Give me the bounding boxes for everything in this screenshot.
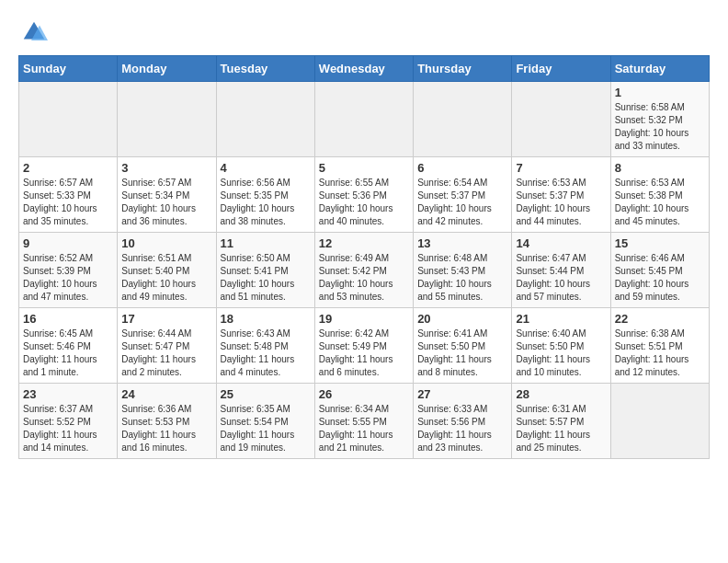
calendar-week-2: 2Sunrise: 6:57 AM Sunset: 5:33 PM Daylig… bbox=[19, 157, 710, 233]
day-number: 7 bbox=[516, 161, 606, 175]
day-number: 5 bbox=[319, 161, 409, 175]
calendar-cell bbox=[216, 82, 314, 157]
day-info: Sunrise: 6:43 AM Sunset: 5:48 PM Dayligh… bbox=[221, 327, 311, 379]
calendar-cell: 27Sunrise: 6:33 AM Sunset: 5:56 PM Dayli… bbox=[414, 384, 512, 459]
day-info: Sunrise: 6:58 AM Sunset: 5:32 PM Dayligh… bbox=[615, 101, 705, 153]
calendar-table: SundayMondayTuesdayWednesdayThursdayFrid… bbox=[18, 55, 710, 459]
calendar-cell: 7Sunrise: 6:53 AM Sunset: 5:37 PM Daylig… bbox=[512, 157, 610, 233]
calendar-cell: 6Sunrise: 6:54 AM Sunset: 5:37 PM Daylig… bbox=[414, 157, 512, 233]
calendar-cell bbox=[414, 82, 512, 157]
calendar-cell: 10Sunrise: 6:51 AM Sunset: 5:40 PM Dayli… bbox=[118, 233, 216, 308]
header-tuesday: Tuesday bbox=[216, 56, 314, 82]
day-info: Sunrise: 6:47 AM Sunset: 5:44 PM Dayligh… bbox=[516, 252, 606, 304]
calendar-cell: 23Sunrise: 6:37 AM Sunset: 5:52 PM Dayli… bbox=[19, 384, 118, 459]
day-number: 21 bbox=[516, 312, 606, 326]
header-monday: Monday bbox=[118, 56, 216, 82]
calendar-cell: 22Sunrise: 6:38 AM Sunset: 5:51 PM Dayli… bbox=[610, 308, 709, 384]
calendar-cell: 26Sunrise: 6:34 AM Sunset: 5:55 PM Dayli… bbox=[314, 384, 413, 459]
calendar-cell: 14Sunrise: 6:47 AM Sunset: 5:44 PM Dayli… bbox=[512, 233, 610, 308]
day-info: Sunrise: 6:51 AM Sunset: 5:40 PM Dayligh… bbox=[121, 252, 211, 304]
calendar-cell: 5Sunrise: 6:55 AM Sunset: 5:36 PM Daylig… bbox=[314, 157, 413, 233]
calendar-cell: 1Sunrise: 6:58 AM Sunset: 5:32 PM Daylig… bbox=[610, 82, 709, 157]
calendar-cell: 11Sunrise: 6:50 AM Sunset: 5:41 PM Dayli… bbox=[216, 233, 314, 308]
day-number: 6 bbox=[417, 161, 507, 175]
day-info: Sunrise: 6:37 AM Sunset: 5:52 PM Dayligh… bbox=[23, 403, 113, 454]
day-info: Sunrise: 6:54 AM Sunset: 5:37 PM Dayligh… bbox=[417, 177, 507, 228]
day-number: 18 bbox=[221, 312, 311, 326]
calendar-cell: 8Sunrise: 6:53 AM Sunset: 5:38 PM Daylig… bbox=[610, 157, 709, 233]
day-number: 13 bbox=[417, 236, 507, 250]
calendar-cell: 25Sunrise: 6:35 AM Sunset: 5:54 PM Dayli… bbox=[216, 384, 314, 459]
day-number: 4 bbox=[221, 161, 311, 175]
calendar-cell: 24Sunrise: 6:36 AM Sunset: 5:53 PM Dayli… bbox=[118, 384, 216, 459]
day-number: 23 bbox=[23, 387, 113, 401]
day-info: Sunrise: 6:40 AM Sunset: 5:50 PM Dayligh… bbox=[516, 327, 606, 379]
day-info: Sunrise: 6:57 AM Sunset: 5:34 PM Dayligh… bbox=[121, 177, 211, 228]
day-info: Sunrise: 6:44 AM Sunset: 5:47 PM Dayligh… bbox=[121, 327, 211, 379]
calendar-cell: 20Sunrise: 6:41 AM Sunset: 5:50 PM Dayli… bbox=[414, 308, 512, 384]
day-number: 24 bbox=[121, 387, 211, 401]
day-number: 10 bbox=[121, 236, 211, 250]
calendar-cell: 28Sunrise: 6:31 AM Sunset: 5:57 PM Dayli… bbox=[512, 384, 610, 459]
day-info: Sunrise: 6:50 AM Sunset: 5:41 PM Dayligh… bbox=[221, 252, 311, 304]
calendar-cell: 21Sunrise: 6:40 AM Sunset: 5:50 PM Dayli… bbox=[512, 308, 610, 384]
day-number: 17 bbox=[121, 312, 211, 326]
calendar-cell bbox=[118, 82, 216, 157]
day-number: 14 bbox=[516, 236, 606, 250]
logo-icon bbox=[20, 18, 48, 46]
calendar-cell: 15Sunrise: 6:46 AM Sunset: 5:45 PM Dayli… bbox=[610, 233, 709, 308]
day-number: 22 bbox=[615, 312, 705, 326]
day-info: Sunrise: 6:46 AM Sunset: 5:45 PM Dayligh… bbox=[615, 252, 705, 304]
calendar-cell: 13Sunrise: 6:48 AM Sunset: 5:43 PM Dayli… bbox=[414, 233, 512, 308]
calendar-cell: 16Sunrise: 6:45 AM Sunset: 5:46 PM Dayli… bbox=[19, 308, 118, 384]
day-info: Sunrise: 6:52 AM Sunset: 5:39 PM Dayligh… bbox=[23, 252, 113, 304]
day-number: 15 bbox=[615, 236, 705, 250]
calendar-cell: 2Sunrise: 6:57 AM Sunset: 5:33 PM Daylig… bbox=[19, 157, 118, 233]
calendar-cell: 4Sunrise: 6:56 AM Sunset: 5:35 PM Daylig… bbox=[216, 157, 314, 233]
calendar-cell bbox=[512, 82, 610, 157]
day-number: 20 bbox=[417, 312, 507, 326]
header-wednesday: Wednesday bbox=[314, 56, 413, 82]
day-info: Sunrise: 6:42 AM Sunset: 5:49 PM Dayligh… bbox=[319, 327, 409, 379]
calendar-body: 1Sunrise: 6:58 AM Sunset: 5:32 PM Daylig… bbox=[19, 82, 710, 459]
day-info: Sunrise: 6:53 AM Sunset: 5:37 PM Dayligh… bbox=[516, 177, 606, 228]
calendar-cell: 19Sunrise: 6:42 AM Sunset: 5:49 PM Dayli… bbox=[314, 308, 413, 384]
day-info: Sunrise: 6:57 AM Sunset: 5:33 PM Dayligh… bbox=[23, 177, 113, 228]
day-number: 8 bbox=[615, 161, 705, 175]
page-header bbox=[18, 18, 710, 46]
day-info: Sunrise: 6:33 AM Sunset: 5:56 PM Dayligh… bbox=[417, 403, 507, 454]
calendar-cell bbox=[19, 82, 118, 157]
day-number: 11 bbox=[221, 236, 311, 250]
day-info: Sunrise: 6:36 AM Sunset: 5:53 PM Dayligh… bbox=[121, 403, 211, 454]
day-number: 12 bbox=[319, 236, 409, 250]
header-friday: Friday bbox=[512, 56, 610, 82]
day-number: 1 bbox=[615, 86, 705, 99]
day-number: 2 bbox=[23, 161, 113, 175]
day-info: Sunrise: 6:34 AM Sunset: 5:55 PM Dayligh… bbox=[319, 403, 409, 454]
day-number: 9 bbox=[23, 236, 113, 250]
day-info: Sunrise: 6:45 AM Sunset: 5:46 PM Dayligh… bbox=[23, 327, 113, 379]
calendar-cell bbox=[610, 384, 709, 459]
day-info: Sunrise: 6:53 AM Sunset: 5:38 PM Dayligh… bbox=[615, 177, 705, 228]
calendar-week-4: 16Sunrise: 6:45 AM Sunset: 5:46 PM Dayli… bbox=[19, 308, 710, 384]
day-number: 16 bbox=[23, 312, 113, 326]
header-thursday: Thursday bbox=[414, 56, 512, 82]
day-info: Sunrise: 6:56 AM Sunset: 5:35 PM Dayligh… bbox=[221, 177, 311, 228]
day-number: 3 bbox=[121, 161, 211, 175]
calendar-week-1: 1Sunrise: 6:58 AM Sunset: 5:32 PM Daylig… bbox=[19, 82, 710, 157]
calendar-cell: 3Sunrise: 6:57 AM Sunset: 5:34 PM Daylig… bbox=[118, 157, 216, 233]
day-number: 25 bbox=[221, 387, 311, 401]
day-number: 28 bbox=[516, 387, 606, 401]
day-info: Sunrise: 6:49 AM Sunset: 5:42 PM Dayligh… bbox=[319, 252, 409, 304]
calendar-week-5: 23Sunrise: 6:37 AM Sunset: 5:52 PM Dayli… bbox=[19, 384, 710, 459]
day-number: 27 bbox=[417, 387, 507, 401]
day-info: Sunrise: 6:55 AM Sunset: 5:36 PM Dayligh… bbox=[319, 177, 409, 228]
day-info: Sunrise: 6:48 AM Sunset: 5:43 PM Dayligh… bbox=[417, 252, 507, 304]
calendar-cell bbox=[314, 82, 413, 157]
day-info: Sunrise: 6:41 AM Sunset: 5:50 PM Dayligh… bbox=[417, 327, 507, 379]
day-info: Sunrise: 6:38 AM Sunset: 5:51 PM Dayligh… bbox=[615, 327, 705, 379]
day-info: Sunrise: 6:35 AM Sunset: 5:54 PM Dayligh… bbox=[221, 403, 311, 454]
calendar-week-3: 9Sunrise: 6:52 AM Sunset: 5:39 PM Daylig… bbox=[19, 233, 710, 308]
calendar-cell: 17Sunrise: 6:44 AM Sunset: 5:47 PM Dayli… bbox=[118, 308, 216, 384]
calendar-cell: 9Sunrise: 6:52 AM Sunset: 5:39 PM Daylig… bbox=[19, 233, 118, 308]
